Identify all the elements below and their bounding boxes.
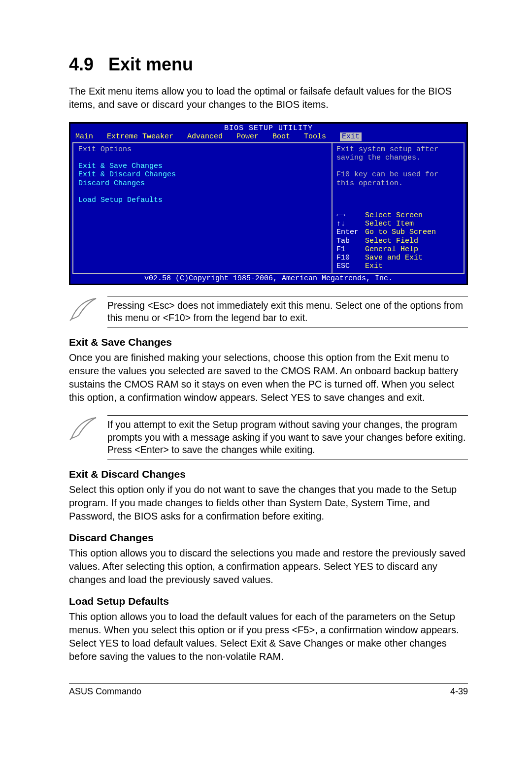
page-footer: ASUS Commando 4-39 [69, 683, 468, 697]
bios-section-label: Exit Options [78, 145, 327, 154]
note-1-text: Pressing <Esc> does not immediately exit… [107, 296, 468, 328]
note-2-text: If you attempt to exit the Setup program… [107, 415, 468, 459]
bios-tab-power: Power [236, 132, 259, 141]
note-2: If you attempt to exit the Setup program… [69, 415, 468, 459]
bios-tab-extreme: Extreme Tweaker [107, 132, 173, 141]
note-1: Pressing <Esc> does not immediately exit… [69, 296, 468, 328]
section-heading: 4.9Exit menu [69, 54, 468, 75]
bios-tab-exit: Exit [340, 132, 362, 141]
para-load-defaults: This option allows you to load the defau… [69, 610, 468, 663]
bios-help-text: Exit system setup after saving the chang… [336, 145, 460, 188]
bios-help-pane: Exit system setup after saving the chang… [332, 143, 465, 273]
subhead-exit-save: Exit & Save Changes [69, 336, 468, 348]
footer-left: ASUS Commando [69, 686, 141, 697]
footer-right: 4-39 [450, 686, 468, 697]
para-discard: This option allows you to discard the se… [69, 547, 468, 587]
bios-title: BIOS SETUP UTILITY [70, 124, 466, 132]
bios-item-exit-discard: Exit & Discard Changes [78, 170, 327, 179]
bios-nav-legend: ←→Select Screen ↑↓Select Item EnterGo to… [336, 211, 460, 271]
subhead-load-defaults: Load Setup Defaults [69, 595, 468, 607]
bios-item-discard: Discard Changes [78, 179, 327, 188]
subhead-exit-discard: Exit & Discard Changes [69, 468, 468, 480]
para-exit-save: Once you are finished making your select… [69, 351, 468, 404]
bios-footer: v02.58 (C)Copyright 1985-2006, American … [70, 274, 466, 284]
bios-tab-bar: Main Extreme Tweaker Advanced Power Boot… [70, 132, 466, 142]
bios-item-load-defaults: Load Setup Defaults [78, 196, 327, 204]
heading-title: Exit menu [108, 54, 193, 74]
subhead-discard: Discard Changes [69, 532, 468, 544]
bios-item-exit-save: Exit & Save Changes [78, 162, 327, 170]
bios-options-pane: Exit Options Exit & Save Changes Exit & … [72, 143, 332, 273]
quill-icon [69, 296, 107, 324]
intro-paragraph: The Exit menu items allow you to load th… [69, 85, 468, 111]
quill-icon [69, 415, 107, 443]
bios-tab-boot: Boot [272, 132, 290, 141]
para-exit-discard: Select this option only if you do not wa… [69, 483, 468, 523]
bios-tab-tools: Tools [304, 132, 326, 141]
bios-tab-advanced: Advanced [187, 132, 223, 141]
bios-tab-main: Main [75, 132, 93, 141]
bios-screenshot: BIOS SETUP UTILITY Main Extreme Tweaker … [69, 122, 468, 285]
heading-number: 4.9 [69, 54, 94, 74]
